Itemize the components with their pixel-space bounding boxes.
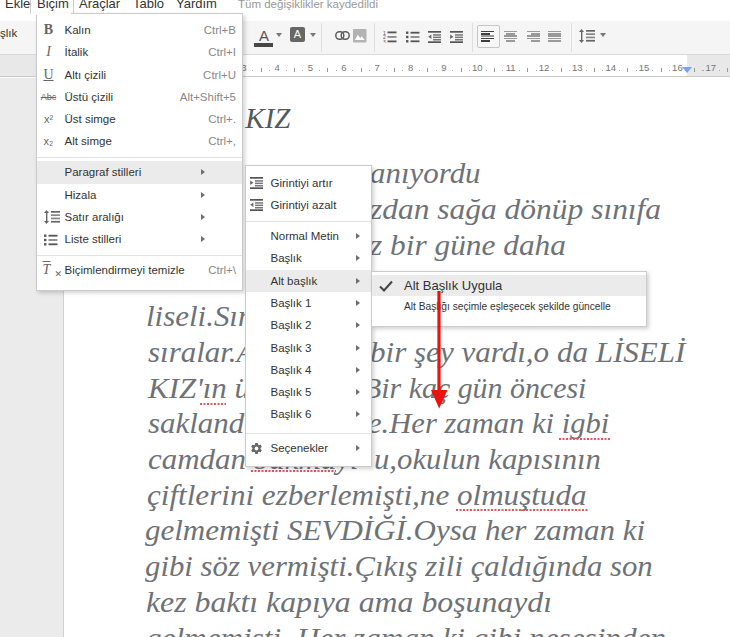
svg-text:3: 3 xyxy=(383,39,386,44)
